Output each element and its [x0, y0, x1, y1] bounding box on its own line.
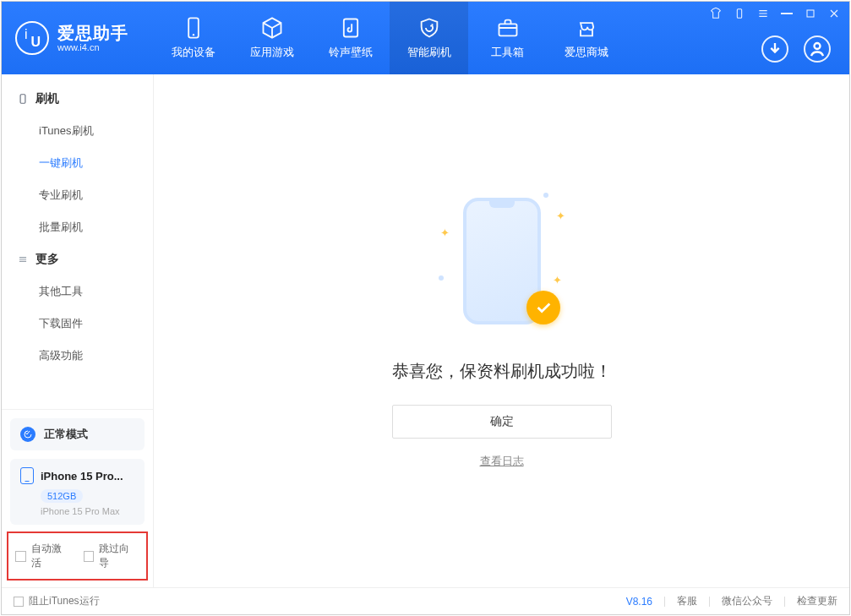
music-icon — [339, 16, 363, 40]
close-icon[interactable] — [827, 7, 841, 20]
tab-toolbox[interactable]: 工具箱 — [468, 2, 547, 74]
menu-icon[interactable] — [756, 7, 770, 20]
sparkle-icon: ✦ — [556, 210, 565, 222]
top-tabs: 我的设备 应用游戏 铃声壁纸 智能刷机 工具箱 爱思商城 — [154, 2, 625, 74]
device-icon — [182, 16, 205, 40]
window-controls — [709, 7, 841, 20]
device-storage-pill: 512GB — [41, 489, 83, 503]
tab-label: 我的设备 — [172, 45, 215, 60]
checkbox-box-icon — [15, 551, 26, 562]
sidebar-item-batch-flash[interactable]: 批量刷机 — [2, 211, 153, 243]
device-name: iPhone 15 Pro... — [41, 470, 123, 482]
view-log-link[interactable]: 查看日志 — [480, 454, 524, 469]
highlighted-options: 自动激活 跳过向导 — [7, 532, 148, 581]
sidebar-item-download-firmware[interactable]: 下载固件 — [2, 308, 153, 340]
tab-label: 智能刷机 — [407, 45, 451, 60]
phone-small-icon[interactable] — [733, 7, 746, 20]
maximize-icon[interactable] — [804, 7, 817, 20]
minimize-icon[interactable] — [780, 7, 794, 20]
cube-icon — [260, 16, 284, 40]
header-circle-buttons — [761, 35, 831, 63]
sidebar-item-itunes-flash[interactable]: iTunes刷机 — [2, 115, 153, 147]
tab-label: 爱思商城 — [565, 45, 608, 60]
account-button[interactable] — [804, 35, 831, 63]
checkbox-skip-guide[interactable]: 跳过向导 — [84, 542, 140, 570]
dot-icon — [543, 193, 548, 198]
device-mode-label: 正常模式 — [44, 427, 88, 442]
svg-rect-4 — [737, 9, 741, 19]
more-group-icon — [17, 253, 29, 265]
sparkle-icon: ✦ — [440, 226, 450, 239]
success-check-badge-icon — [526, 291, 560, 324]
tab-my-device[interactable]: 我的设备 — [154, 2, 232, 74]
device-mode-card[interactable]: 正常模式 — [10, 418, 145, 450]
flash-group-icon — [17, 93, 29, 105]
svg-rect-3 — [499, 24, 516, 35]
checkbox-box-icon — [14, 597, 24, 607]
svg-rect-5 — [807, 10, 814, 17]
tab-apps-games[interactable]: 应用游戏 — [232, 2, 311, 74]
brand-logo-icon — [15, 21, 49, 55]
svg-rect-7 — [20, 95, 25, 104]
checkbox-block-itunes[interactable]: 阻止iTunes运行 — [14, 594, 100, 608]
checkbox-box-icon — [84, 551, 95, 562]
download-button[interactable] — [761, 35, 788, 63]
sidebar-item-pro-flash[interactable]: 专业刷机 — [2, 179, 153, 211]
sidebar-group-more: 更多 — [2, 243, 153, 275]
dot-icon — [439, 275, 444, 281]
sparkle-icon: ✦ — [553, 274, 562, 286]
footer-link-support[interactable]: 客服 — [677, 594, 697, 608]
version-label: V8.16 — [626, 596, 652, 608]
skin-icon[interactable] — [709, 7, 723, 20]
tab-smart-flash[interactable]: 智能刷机 — [390, 2, 468, 74]
ok-button[interactable]: 确定 — [392, 405, 612, 439]
sidebar: 刷机 iTunes刷机 一键刷机 专业刷机 批量刷机 更多 其他工具 下载固件 … — [2, 74, 154, 587]
tab-label: 工具箱 — [491, 45, 524, 60]
success-headline: 恭喜您，保资料刷机成功啦！ — [392, 360, 612, 383]
tab-label: 应用游戏 — [250, 45, 294, 60]
sidebar-item-other-tools[interactable]: 其他工具 — [2, 275, 153, 308]
device-small-icon — [20, 467, 34, 484]
sidebar-item-advanced[interactable]: 高级功能 — [2, 340, 153, 372]
footer-link-update[interactable]: 检查更新 — [797, 594, 837, 608]
main-panel: ✦ ✦ ✦ 恭喜您，保资料刷机成功啦！ 确定 查看日志 — [154, 74, 849, 587]
brand: 爱思助手 www.i4.cn — [2, 2, 154, 74]
brand-name: 爱思助手 — [57, 24, 128, 42]
device-full-name: iPhone 15 Pro Max — [41, 506, 134, 516]
svg-point-6 — [815, 43, 821, 49]
success-illustration: ✦ ✦ ✦ — [439, 193, 565, 336]
shop-icon — [575, 16, 598, 40]
refresh-shield-icon — [417, 16, 441, 40]
brand-url: www.i4.cn — [57, 42, 128, 52]
svg-point-1 — [192, 34, 194, 35]
tab-ringtone-wallpaper[interactable]: 铃声壁纸 — [311, 2, 390, 74]
device-card[interactable]: iPhone 15 Pro... 512GB iPhone 15 Pro Max — [10, 459, 145, 525]
svg-rect-2 — [343, 19, 357, 37]
toolbox-icon — [496, 16, 520, 40]
mode-ok-icon — [20, 427, 35, 442]
sidebar-item-oneclick-flash[interactable]: 一键刷机 — [2, 147, 153, 179]
checkbox-auto-activate[interactable]: 自动激活 — [15, 542, 72, 570]
sidebar-group-flash: 刷机 — [2, 83, 153, 115]
footer: 阻止iTunes运行 V8.16 客服 微信公众号 检查更新 — [2, 587, 849, 614]
tab-label: 铃声壁纸 — [329, 45, 373, 60]
tab-store[interactable]: 爱思商城 — [547, 2, 625, 74]
app-header: 爱思助手 www.i4.cn 我的设备 应用游戏 铃声壁纸 智能刷机 — [2, 2, 849, 74]
footer-link-wechat[interactable]: 微信公众号 — [722, 594, 772, 608]
